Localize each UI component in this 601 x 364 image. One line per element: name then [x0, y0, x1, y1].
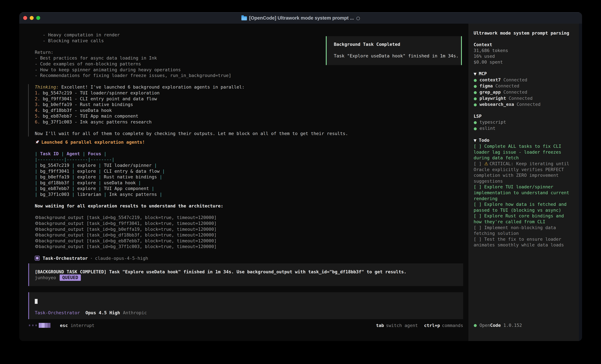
content-area: - Heavy computation in render - Blocking… [19, 24, 582, 341]
context-stat: 16% used [474, 53, 574, 59]
mcp-heading[interactable]: ▼MCP [474, 71, 574, 77]
terminal-line: ⚙background_output [task_id=bg_5547c219,… [35, 215, 463, 220]
terminal-line: - Recommendations for fixing loader free… [35, 73, 463, 78]
folder-icon [241, 16, 247, 20]
connected-dot-icon: ● [474, 89, 477, 96]
message-block: Launched 6 parallel exploration agents! … [35, 139, 463, 249]
background-task-message: [BACKGROUND TASK COMPLETED] Task "Explor… [28, 263, 463, 286]
terminal-line [35, 78, 463, 84]
terminal-line [35, 145, 463, 151]
terminal-line: ⚙background_output [task_id=bg_37f1c003,… [35, 244, 463, 249]
queued-user: junhoyeo [35, 275, 56, 281]
collapse-triangle-icon: ▼ [474, 72, 477, 76]
toast-body: Task "Explore useData hook" finished in … [334, 53, 458, 59]
app-window: [OpenCode] Ultrawork mode system prompt … [19, 12, 582, 341]
traffic-lights [23, 12, 40, 24]
terminal-line: Now waiting for all exploration results … [35, 203, 463, 209]
terminal-line: | bg_f9ff3041 | explore | CLI entry & da… [35, 168, 463, 174]
keybind-hints: tab switch agent ctrl+p commands [372, 323, 463, 328]
toast-title: Background Task Completed [334, 41, 458, 47]
connected-dot-icon: ● [474, 83, 477, 89]
connected-dot-icon: ● [474, 77, 477, 83]
collapse-triangle-icon: ▼ [474, 138, 477, 143]
terminal-line: 6. bg_37f1c003 - Ink async patterns rese… [35, 119, 463, 125]
tab-key-hint: tab [376, 323, 384, 328]
terminal-line [35, 197, 463, 203]
terminal-line: ⚙background_output [task_id=bg_b0effa19,… [35, 226, 463, 232]
connected-dot-icon: ● [474, 96, 477, 102]
terminal-line: | bg_37f1c003 | librarian | Ink async pa… [35, 192, 463, 197]
terminal-line: 5. bg_eb87ebb7 - TUI App main component [35, 113, 463, 119]
connected-dot-icon: ● [474, 126, 477, 132]
mcp-item: ●grep_appConnected [474, 89, 574, 96]
todo-item[interactable]: [ ] Complete ALL tasks to fix CLI loader… [474, 143, 574, 161]
minimize-button[interactable] [30, 16, 34, 20]
connected-dot-icon: ● [474, 102, 477, 108]
terminal-line: Thinking: Excellent! I've launched 6 bac… [35, 84, 463, 90]
mcp-item: ●context7Connected [474, 77, 574, 83]
lsp-heading: LSP [474, 113, 574, 119]
app-version: ● OpenCode 1.0.152 [474, 322, 522, 329]
todo-item[interactable]: [ ] Explore TUI loader/spinner implement… [474, 184, 574, 201]
terminal-line: | Task ID | Agent | Focus | [35, 151, 463, 157]
agent-model: claude-opus-4-5-high [95, 255, 148, 261]
terminal-line: | bg_5547c219 | explore | TUI loader/spi… [35, 163, 463, 168]
input-agent-name[interactable]: Task-Orchestrator [35, 310, 80, 316]
agent-message-header: Task-Orchestrator · claude-opus-4-5-high [35, 255, 463, 261]
lsp-item: ●typescript [474, 119, 574, 125]
todo-item[interactable]: [ ] Explore how data is fetched and pass… [474, 201, 574, 213]
ctrlp-key-label: commands [442, 323, 463, 328]
input-footer: Task-Orchestrator Opus 4.5 High Anthropi… [35, 310, 460, 316]
task-completed-text: [BACKGROUND TASK COMPLETED] Task "Explor… [35, 269, 460, 275]
todo-item[interactable]: [ ] Explore Rust core bindings and how t… [474, 213, 574, 225]
terminal-line: |----------|--------|--------| [35, 157, 463, 163]
separator-dot: · [90, 255, 93, 261]
terminal-line [35, 125, 463, 131]
esc-key-label: interrupt [70, 323, 94, 328]
terminal-line: 1. bg_5547c219 - TUI loader/spinner expl… [35, 90, 463, 96]
title-bar: [OpenCode] Ultrawork mode system prompt … [19, 12, 582, 24]
thinking-block: Thinking: Excellent! I've launched 6 bac… [28, 84, 463, 136]
terminal-line: | bg_df18bb3f | explore | useData hook | [35, 180, 463, 186]
tab-key-label: switch agent [386, 323, 418, 328]
context-stat: $0.00 spent [474, 59, 574, 65]
terminal-line: ⚙background_output [task_id=bg_df18bb3f,… [35, 232, 463, 238]
close-button[interactable] [23, 16, 27, 20]
zoom-button[interactable] [36, 16, 40, 20]
toast-notification[interactable]: Background Task Completed Task "Explore … [326, 36, 462, 65]
prompt-input[interactable]: Task-Orchestrator Opus 4.5 High Anthropi… [28, 292, 463, 319]
terminal-line: Launched 6 parallel exploration agents! [35, 139, 463, 145]
todo-item[interactable]: [ ] Test the fix to ensure loader animat… [474, 236, 574, 248]
ctrlp-key-hint: ctrl+p [424, 323, 440, 328]
progress-spinner [29, 325, 37, 326]
terminal-line: | bg_eb87ebb7 | explore | TUI App compon… [35, 186, 463, 192]
terminal-line: | bg_b0effa19 | explore | Rust native bi… [35, 174, 463, 180]
rocket-icon [35, 139, 40, 144]
mcp-item: ●websearch_exaConnected [474, 101, 574, 108]
todo-item[interactable]: [ ] Implement non-blocking data fetching… [474, 225, 574, 236]
context-stat: 31,686 tokens [474, 48, 574, 54]
todo-heading[interactable]: ▼Todo [474, 137, 574, 144]
sidebar: Ultrawork mode system prompt parsing Con… [468, 24, 579, 341]
window-title: [OpenCode] Ultrawork mode system prompt … [249, 15, 354, 21]
queued-badge: QUEUED [60, 275, 81, 281]
status-bar: esc interrupt tab switch agent ctrl+p co… [29, 322, 463, 329]
terminal-line: 4. bg_df18bb3f - useData hook [35, 107, 463, 113]
input-provider-name: Anthropic [123, 310, 147, 316]
todo-item[interactable]: [ ] ⚠ CRITICAL: Keep iterating until Ora… [474, 161, 574, 184]
input-model-name[interactable]: Opus 4.5 High [85, 310, 120, 316]
conversation-pane[interactable]: - Heavy computation in render - Blocking… [19, 24, 463, 341]
context-section: Context 31,686 tokens16% used$0.00 spent [474, 42, 574, 65]
terminal-line: 2. bg_f9ff3041 - CLI entry point and dat… [35, 96, 463, 102]
progress-spinner-block [39, 323, 50, 328]
window-edge-strip [579, 24, 582, 341]
connected-dot-icon: ● [474, 120, 477, 125]
terminal-line: ⚙background_output [task_id=bg_f9ff3041,… [35, 220, 463, 226]
terminal-line: 3. bg_b0effa19 - Rust native bindings [35, 102, 463, 107]
terminal-line [35, 209, 463, 215]
lsp-section: LSP ●typescript●eslint [474, 113, 574, 132]
terminal-line: ⚙background_output [task_id=bg_eb87ebb7,… [35, 238, 463, 244]
terminal-line: Now I'll wait for all of them to complet… [35, 131, 463, 136]
status-dot-icon: ● [474, 322, 477, 328]
warning-icon: ⚠ [484, 161, 490, 166]
